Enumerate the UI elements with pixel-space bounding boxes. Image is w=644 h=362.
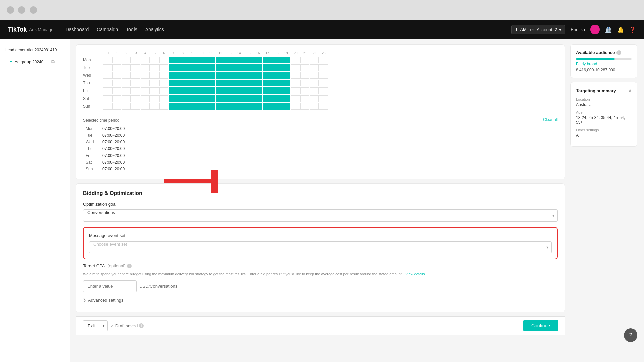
grid-cell-sun-18[interactable] xyxy=(272,103,281,110)
grid-cell-wed-9[interactable] xyxy=(187,72,197,79)
grid-cell-thu-23[interactable] xyxy=(319,80,328,86)
language-selector[interactable]: English xyxy=(571,27,585,32)
exit-dropdown-btn[interactable]: ▾ xyxy=(100,321,107,331)
grid-cell-tue-6[interactable] xyxy=(159,64,168,71)
grid-cell-thu-20[interactable] xyxy=(291,80,300,86)
window-close-btn[interactable] xyxy=(7,6,14,14)
grid-cell-wed-11[interactable] xyxy=(206,72,215,79)
grid-cell-sun-7[interactable] xyxy=(169,103,178,110)
grid-cell-fri-17[interactable] xyxy=(263,87,272,94)
grid-cell-wed-18[interactable] xyxy=(272,72,281,79)
grid-cell-thu-11[interactable] xyxy=(206,80,215,86)
grid-cell-sun-23[interactable] xyxy=(319,103,328,110)
grid-cell-sat-1[interactable] xyxy=(112,95,121,102)
event-set-select-wrapper[interactable]: Choose event set ▾ xyxy=(89,241,552,253)
cpa-value-input[interactable] xyxy=(83,280,137,292)
grid-cell-tue-2[interactable] xyxy=(122,64,131,71)
grid-cell-thu-21[interactable] xyxy=(300,80,309,86)
grid-cell-mon-19[interactable] xyxy=(281,57,290,63)
grid-cell-fri-3[interactable] xyxy=(131,87,140,94)
grid-cell-wed-21[interactable] xyxy=(300,72,309,79)
grid-cell-sat-9[interactable] xyxy=(187,95,197,102)
grid-cell-tue-3[interactable] xyxy=(131,64,140,71)
grid-cell-tue-5[interactable] xyxy=(150,64,159,71)
grid-cell-tue-12[interactable] xyxy=(216,64,225,71)
grid-cell-mon-13[interactable] xyxy=(225,57,234,63)
grid-cell-fri-23[interactable] xyxy=(319,87,328,94)
grid-cell-tue-7[interactable] xyxy=(169,64,178,71)
nav-dashboard[interactable]: Dashboard xyxy=(66,25,89,34)
grid-cell-wed-23[interactable] xyxy=(319,72,328,79)
grid-cell-sat-21[interactable] xyxy=(300,95,309,102)
nav-analytics[interactable]: Analytics xyxy=(145,25,164,34)
grid-cell-wed-15[interactable] xyxy=(244,72,253,79)
grid-cell-mon-12[interactable] xyxy=(216,57,225,63)
copy-adgroup-btn[interactable]: ⧉ xyxy=(50,58,56,65)
grid-cell-thu-18[interactable] xyxy=(272,80,281,86)
grid-cell-tue-16[interactable] xyxy=(253,64,262,71)
avatar[interactable]: T xyxy=(590,25,600,34)
grid-cell-sat-20[interactable] xyxy=(291,95,300,102)
draft-info-icon[interactable]: i xyxy=(139,323,144,328)
sidebar-campaign-item[interactable]: Lead generation202408141922... xyxy=(0,44,70,56)
grid-cell-fri-0[interactable] xyxy=(103,87,112,94)
grid-cell-fri-6[interactable] xyxy=(159,87,168,94)
grid-cell-mon-17[interactable] xyxy=(263,57,272,63)
grid-cell-mon-2[interactable] xyxy=(122,57,131,63)
grid-cell-thu-3[interactable] xyxy=(131,80,140,86)
grid-cell-tue-22[interactable] xyxy=(310,64,319,71)
grid-cell-sun-2[interactable] xyxy=(122,103,131,110)
grid-cell-fri-18[interactable] xyxy=(272,87,281,94)
grid-cell-sun-15[interactable] xyxy=(244,103,253,110)
grid-cell-tue-10[interactable] xyxy=(197,64,206,71)
grid-cell-mon-21[interactable] xyxy=(300,57,309,63)
grid-cell-wed-8[interactable] xyxy=(178,72,187,79)
grid-cell-sat-6[interactable] xyxy=(159,95,168,102)
grid-cell-thu-9[interactable] xyxy=(187,80,197,86)
grid-cell-sun-21[interactable] xyxy=(300,103,309,110)
grid-cell-sun-4[interactable] xyxy=(141,103,150,110)
grid-cell-mon-5[interactable] xyxy=(150,57,159,63)
grid-cell-sat-2[interactable] xyxy=(122,95,131,102)
grid-cell-wed-6[interactable] xyxy=(159,72,168,79)
grid-cell-mon-0[interactable] xyxy=(103,57,112,63)
grid-cell-sun-22[interactable] xyxy=(310,103,319,110)
grid-cell-thu-6[interactable] xyxy=(159,80,168,86)
grid-cell-mon-8[interactable] xyxy=(178,57,187,63)
optimization-goal-select[interactable]: Conversations xyxy=(83,209,558,222)
grid-cell-wed-19[interactable] xyxy=(281,72,290,79)
grid-cell-sun-0[interactable] xyxy=(103,103,112,110)
grid-cell-sat-22[interactable] xyxy=(310,95,319,102)
grid-cell-wed-3[interactable] xyxy=(131,72,140,79)
grid-cell-tue-8[interactable] xyxy=(178,64,187,71)
grid-cell-mon-9[interactable] xyxy=(187,57,197,63)
grid-cell-tue-13[interactable] xyxy=(225,64,234,71)
help-icon[interactable]: ❓ xyxy=(629,26,636,33)
grid-cell-sun-13[interactable] xyxy=(225,103,234,110)
grid-cell-fri-16[interactable] xyxy=(253,87,262,94)
grid-cell-mon-6[interactable] xyxy=(159,57,168,63)
grid-cell-sun-17[interactable] xyxy=(263,103,272,110)
grid-cell-tue-14[interactable] xyxy=(234,64,244,71)
grid-cell-sat-4[interactable] xyxy=(141,95,150,102)
grid-cell-sat-0[interactable] xyxy=(103,95,112,102)
grid-cell-mon-22[interactable] xyxy=(310,57,319,63)
grid-cell-mon-3[interactable] xyxy=(131,57,140,63)
grid-cell-fri-13[interactable] xyxy=(225,87,234,94)
grid-cell-wed-0[interactable] xyxy=(103,72,112,79)
continue-button[interactable]: Continue xyxy=(523,320,558,331)
grid-cell-sat-7[interactable] xyxy=(169,95,178,102)
grid-cell-mon-20[interactable] xyxy=(291,57,300,63)
grid-cell-wed-12[interactable] xyxy=(216,72,225,79)
grid-cell-thu-16[interactable] xyxy=(253,80,262,86)
grid-cell-tue-18[interactable] xyxy=(272,64,281,71)
grid-cell-fri-12[interactable] xyxy=(216,87,225,94)
grid-cell-fri-15[interactable] xyxy=(244,87,253,94)
grid-cell-wed-10[interactable] xyxy=(197,72,206,79)
grid-cell-sat-14[interactable] xyxy=(234,95,244,102)
grid-cell-fri-21[interactable] xyxy=(300,87,309,94)
grid-cell-fri-8[interactable] xyxy=(178,87,187,94)
grid-cell-wed-17[interactable] xyxy=(263,72,272,79)
grid-cell-wed-22[interactable] xyxy=(310,72,319,79)
nav-tools[interactable]: Tools xyxy=(126,25,137,34)
